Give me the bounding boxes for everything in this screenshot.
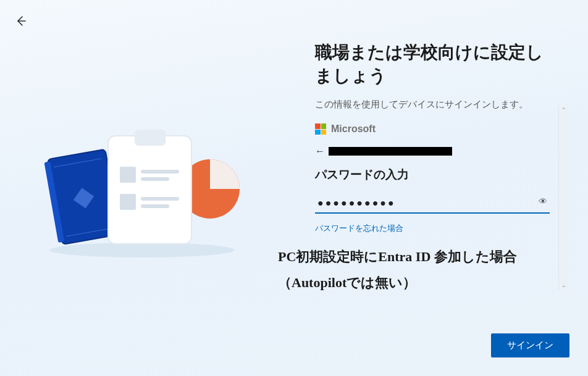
svg-rect-6	[74, 188, 94, 208]
annotation-line-2: （Autopilotでは無い）	[278, 270, 568, 296]
svg-rect-13	[141, 170, 179, 173]
setup-illustration	[37, 130, 247, 259]
microsoft-brand-text: Microsoft	[331, 123, 376, 135]
svg-line-5	[66, 228, 114, 236]
svg-rect-9	[108, 136, 191, 244]
annotation-line-1: PC初期設定時にEntra ID 参加した場合	[278, 244, 568, 270]
annotation-text: PC初期設定時にEntra ID 参加した場合 （Autopilotでは無い）	[278, 244, 568, 296]
page-title: 職場または学校向けに設定しましょう	[315, 41, 556, 88]
signin-button[interactable]: サインイン	[491, 333, 569, 357]
svg-rect-10	[135, 130, 166, 146]
svg-rect-2	[48, 149, 120, 244]
password-heading: パスワードの入力	[315, 167, 550, 183]
svg-rect-7	[44, 161, 65, 243]
arrow-left-icon	[15, 15, 27, 27]
microsoft-logo-icon	[315, 123, 326, 135]
back-button[interactable]	[15, 15, 27, 30]
scroll-up-button[interactable]: ⌃	[559, 105, 569, 115]
svg-rect-12	[120, 167, 136, 183]
svg-rect-8	[108, 136, 191, 244]
forgot-password-link[interactable]: パスワードを忘れた場合	[315, 224, 403, 234]
identity-back-button[interactable]: ←	[315, 146, 325, 157]
password-input[interactable]	[315, 195, 550, 214]
svg-rect-14	[141, 177, 169, 181]
svg-point-1	[180, 159, 240, 219]
svg-rect-17	[141, 204, 169, 208]
svg-rect-11	[142, 130, 158, 133]
svg-point-0	[49, 243, 235, 257]
svg-rect-16	[141, 197, 179, 201]
svg-rect-3	[48, 149, 120, 244]
microsoft-brand-row: Microsoft	[315, 123, 550, 135]
svg-rect-15	[120, 194, 136, 210]
svg-line-4	[54, 159, 102, 167]
reveal-password-icon[interactable]: 👁	[539, 196, 547, 206]
signed-in-email	[329, 147, 452, 156]
